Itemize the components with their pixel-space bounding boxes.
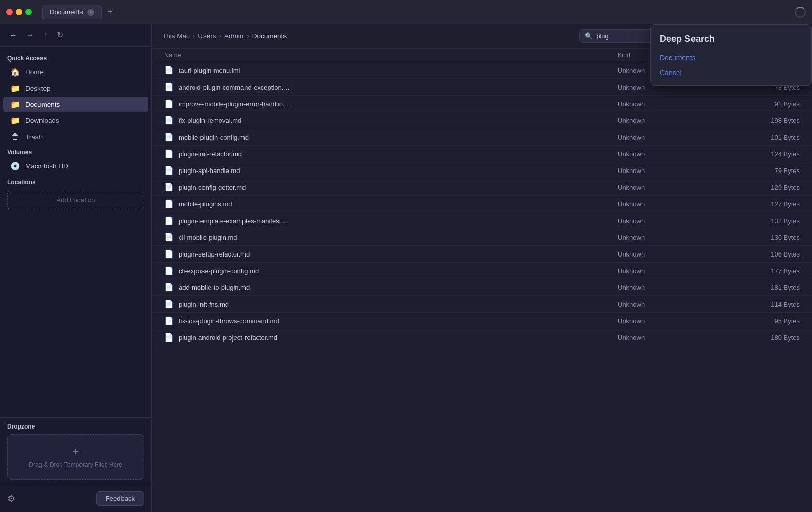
sidebar-item-trash[interactable]: 🗑 Trash	[3, 129, 148, 144]
search-icon: 🔍	[585, 32, 593, 40]
file-name-text: mobile-plugin-config.md	[179, 134, 249, 141]
file-kind: Unknown	[618, 184, 719, 191]
file-icon: 📄	[164, 316, 174, 325]
file-icon: 📄	[164, 82, 174, 92]
file-icon: 📄	[164, 266, 174, 275]
content-area: This Mac › Users › Admin › Documents 🔍 📁…	[152, 24, 812, 512]
sidebar-item-home[interactable]: 🏠 Home	[3, 64, 148, 80]
table-row[interactable]: 📄 cli-expose-plugin-config.md Unknown 17…	[152, 263, 812, 279]
file-name-text: tauri-plugin-menu.iml	[179, 67, 240, 74]
file-kind: Unknown	[618, 267, 719, 275]
add-location-button[interactable]: Add Location	[7, 191, 144, 209]
deep-search-dropdown: Deep Search Documents Cancel	[650, 24, 812, 86]
table-row[interactable]: 📄 fix-plugin-removal.md Unknown 198 Byte…	[152, 112, 812, 129]
documents-icon: 📁	[10, 100, 20, 109]
file-name: 📄 android-plugin-command-exception....	[164, 82, 618, 92]
refresh-button[interactable]: ↻	[55, 29, 65, 41]
file-icon: 📄	[164, 149, 174, 158]
tab-add-button[interactable]: +	[104, 6, 117, 19]
file-name: 📄 cli-expose-plugin-config.md	[164, 266, 618, 275]
breadcrumb-sep-2: ›	[247, 32, 249, 40]
sidebar-item-macintosh-hd[interactable]: 💿 Macintosh HD	[3, 158, 148, 174]
close-button[interactable]	[6, 9, 13, 15]
downloads-icon: 📁	[10, 116, 20, 125]
file-icon: 📄	[164, 333, 174, 342]
up-button[interactable]: ↑	[42, 30, 50, 41]
file-name-text: plugin-android-project-refactor.md	[179, 334, 277, 342]
file-kind: Unknown	[618, 317, 719, 325]
file-kind: Unknown	[618, 217, 719, 225]
sidebar-item-label-documents: Documents	[25, 101, 60, 108]
dropzone-plus-icon: +	[72, 445, 79, 458]
file-name: 📄 plugin-api-handle.md	[164, 166, 618, 175]
col-header-name[interactable]: Name	[164, 52, 618, 59]
sidebar-item-downloads[interactable]: 📁 Downloads	[3, 113, 148, 129]
breadcrumb-part-3: Documents	[252, 32, 287, 40]
dropzone-section: Dropzone + Drag & Drop Temporary Files H…	[0, 417, 151, 485]
quick-access-title: Quick Access	[0, 51, 151, 64]
file-size: 114 Bytes	[719, 301, 800, 308]
table-row[interactable]: 📄 plugin-api-handle.md Unknown 79 Bytes	[152, 162, 812, 179]
trash-icon: 🗑	[10, 132, 20, 141]
dropzone-area[interactable]: + Drag & Drop Temporary Files Here	[7, 434, 144, 480]
table-row[interactable]: 📄 cli-mobile-plugin.md Unknown 136 Bytes	[152, 229, 812, 246]
file-size: 129 Bytes	[719, 184, 800, 191]
breadcrumb: This Mac › Users › Admin › Documents	[162, 32, 573, 40]
main-layout: ← → ↑ ↻ Quick Access 🏠 Home 📁 Desktop 📁 …	[0, 24, 812, 512]
file-name-text: android-plugin-command-exception....	[179, 83, 289, 91]
forward-button[interactable]: →	[24, 30, 36, 41]
breadcrumb-part-1: Users	[198, 32, 216, 40]
table-row[interactable]: 📄 plugin-setup-refactor.md Unknown 106 B…	[152, 246, 812, 263]
breadcrumb-sep-1: ›	[219, 32, 222, 40]
sidebar-item-desktop[interactable]: 📁 Desktop	[3, 80, 148, 96]
hd-icon: 💿	[10, 161, 20, 171]
tab-documents[interactable]: Documents ×	[42, 5, 102, 19]
deep-search-item-documents[interactable]: Documents	[651, 50, 811, 66]
tab-close-button[interactable]: ×	[87, 9, 94, 16]
add-location-label: Add Location	[57, 196, 95, 204]
file-size: 95 Bytes	[719, 317, 800, 325]
back-button[interactable]: ←	[7, 30, 19, 41]
sidebar-item-documents[interactable]: 📁 Documents	[3, 97, 148, 112]
table-row[interactable]: 📄 mobile-plugins.md Unknown 127 Bytes	[152, 196, 812, 212]
file-icon: 📄	[164, 66, 174, 75]
table-row[interactable]: 📄 improve-mobile-plugin-error-handlin...…	[152, 96, 812, 112]
table-row[interactable]: 📄 plugin-config-getter.md Unknown 129 By…	[152, 179, 812, 196]
sidebar-footer: ⚙ Feedback	[0, 485, 151, 512]
file-name: 📄 mobile-plugin-config.md	[164, 133, 618, 142]
file-name-text: mobile-plugins.md	[179, 200, 232, 208]
table-row[interactable]: 📄 plugin-init-fns.md Unknown 114 Bytes	[152, 296, 812, 313]
file-kind: Unknown	[618, 200, 719, 208]
loading-spinner	[795, 7, 806, 18]
minimize-button[interactable]	[16, 9, 22, 15]
file-name-text: fix-plugin-removal.md	[179, 117, 241, 124]
breadcrumb-part-2: Admin	[224, 32, 243, 40]
sidebar-item-label-desktop: Desktop	[25, 84, 51, 92]
sidebar-content: Quick Access 🏠 Home 📁 Desktop 📁 Document…	[0, 47, 151, 417]
file-icon: 📄	[164, 199, 174, 208]
settings-button[interactable]: ⚙	[7, 493, 15, 504]
table-row[interactable]: 📄 mobile-plugin-config.md Unknown 101 By…	[152, 129, 812, 146]
table-row[interactable]: 📄 plugin-init-refactor.md Unknown 124 By…	[152, 146, 812, 162]
file-icon: 📄	[164, 166, 174, 175]
sidebar-nav: ← → ↑ ↻	[0, 24, 151, 47]
locations-title: Locations	[0, 175, 151, 188]
file-icon: 📄	[164, 283, 174, 292]
file-icon: 📄	[164, 249, 174, 259]
table-row[interactable]: 📄 fix-ios-plugin-throws-command.md Unkno…	[152, 313, 812, 329]
table-row[interactable]: 📄 plugin-android-project-refactor.md Unk…	[152, 329, 812, 346]
file-name-text: improve-mobile-plugin-error-handlin...	[179, 100, 289, 108]
file-size: 106 Bytes	[719, 250, 800, 258]
tab-label: Documents	[50, 8, 83, 16]
table-row[interactable]: 📄 add-mobile-to-plugin.md Unknown 181 By…	[152, 279, 812, 296]
file-name-text: plugin-init-fns.md	[179, 301, 229, 308]
file-name: 📄 improve-mobile-plugin-error-handlin...	[164, 99, 618, 108]
deep-search-cancel[interactable]: Cancel	[651, 66, 811, 85]
maximize-button[interactable]	[25, 9, 32, 15]
feedback-button[interactable]: Feedback	[96, 491, 144, 506]
traffic-lights	[6, 9, 32, 15]
file-name: 📄 fix-plugin-removal.md	[164, 116, 618, 125]
table-row[interactable]: 📄 plugin-template-examples-manifest.... …	[152, 212, 812, 229]
sidebar: ← → ↑ ↻ Quick Access 🏠 Home 📁 Desktop 📁 …	[0, 24, 152, 512]
deep-search-title: Deep Search	[651, 25, 811, 50]
